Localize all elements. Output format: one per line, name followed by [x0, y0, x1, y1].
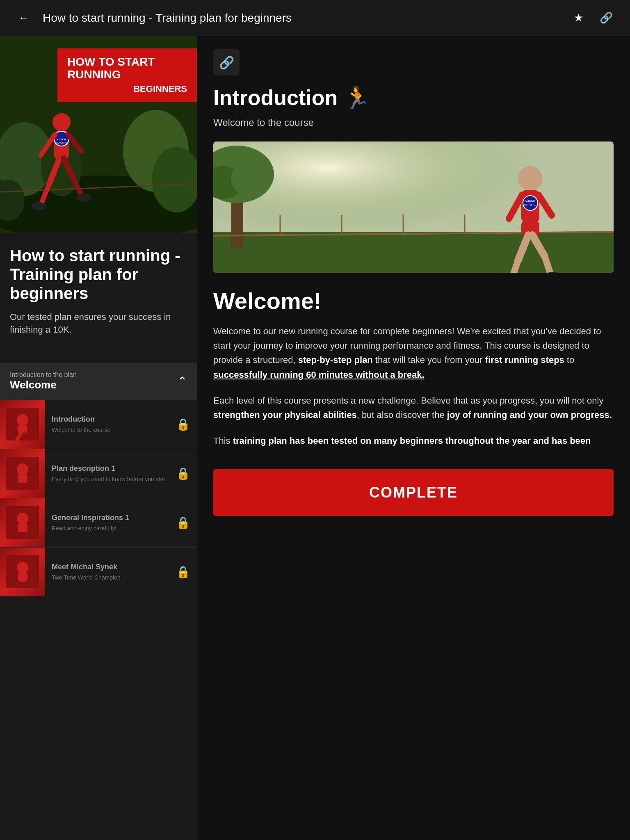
- lessons-list: Introduction Welcome to the course 🔒: [0, 399, 197, 596]
- lock-icon: 🔒: [176, 418, 190, 431]
- link-badge[interactable]: 🔗: [213, 49, 240, 75]
- lock-icon: 🔒: [176, 516, 190, 530]
- hero-banner-sub: BEGINNERS: [67, 84, 187, 94]
- intro-heading: Introduction 🏃: [213, 85, 614, 110]
- back-button[interactable]: ←: [13, 7, 34, 29]
- lesson-thumbnail: [0, 399, 45, 449]
- welcome-heading: Welcome!: [213, 288, 614, 314]
- lesson-subtitle: Two Time World Champion: [52, 574, 190, 581]
- lesson-content: Meet Michal Synek Two Time World Champio…: [45, 558, 197, 586]
- lesson-thumbnail: [0, 449, 45, 498]
- main-layout: CZECH REPUBLIC: [0, 36, 630, 840]
- svg-text:CZECH: CZECH: [525, 199, 535, 202]
- lesson-item[interactable]: General Inspirations 1 Read and enjoy ca…: [0, 498, 197, 547]
- svg-line-18: [74, 180, 82, 196]
- svg-rect-35: [18, 573, 27, 582]
- bookmark-button[interactable]: ★: [568, 7, 589, 29]
- lesson-subtitle: Read and enjoy carefully!: [52, 525, 190, 532]
- body-text-2: Each level of this course presents a new…: [213, 393, 614, 422]
- svg-point-31: [17, 513, 28, 524]
- course-title: How to start running - Training plan for…: [10, 246, 187, 303]
- svg-rect-29: [18, 474, 27, 483]
- lesson-title: General Inspirations 1: [52, 514, 190, 522]
- lesson-content: Introduction Welcome to the course: [45, 410, 197, 438]
- link-icon: 🔗: [219, 55, 234, 70]
- svg-point-50: [523, 196, 538, 210]
- svg-text:REPUBLIC: REPUBLIC: [56, 142, 66, 144]
- complete-button[interactable]: COMPLETE: [213, 469, 614, 516]
- course-description: Our tested plan ensures your success in …: [10, 311, 187, 336]
- svg-line-15: [41, 184, 49, 204]
- header: ← How to start running - Training plan f…: [0, 0, 630, 36]
- lesson-title: Plan description 1: [52, 464, 190, 473]
- section-name: Welcome: [10, 379, 77, 391]
- hero-banner: HOW TO START RUNNING BEGINNERS: [57, 48, 197, 102]
- lesson-subtitle: Welcome to the course: [52, 426, 190, 434]
- svg-point-42: [231, 160, 272, 197]
- right-panel: 🔗 Introduction 🏃 Welcome to the course: [197, 36, 630, 840]
- lesson-thumbnail: [0, 547, 45, 596]
- svg-rect-24: [18, 425, 27, 434]
- section-label: Introduction to the plan: [10, 371, 77, 379]
- section-header[interactable]: Introduction to the plan Welcome ⌃: [0, 363, 197, 399]
- svg-line-14: [49, 158, 59, 184]
- course-info: How to start running - Training plan for…: [0, 233, 197, 363]
- lesson-subtitle: Everything you need to know before you s…: [52, 475, 190, 483]
- section-info: Introduction to the plan Welcome: [10, 371, 77, 391]
- svg-point-16: [32, 202, 46, 210]
- svg-text:CZECH: CZECH: [57, 138, 66, 141]
- body-text-1: Welcome to our new running course for co…: [213, 324, 614, 382]
- lesson-item[interactable]: Meet Michal Synek Two Time World Champio…: [0, 547, 197, 596]
- lock-icon: 🔒: [176, 467, 190, 480]
- chevron-up-icon: ⌃: [178, 374, 187, 388]
- body-text-3: This training plan has been tested on ma…: [213, 434, 614, 448]
- svg-line-20: [41, 135, 55, 155]
- lesson-title: Introduction: [52, 415, 190, 424]
- hero-banner-title: HOW TO START RUNNING: [67, 56, 187, 81]
- left-panel: CZECH REPUBLIC: [0, 36, 197, 840]
- svg-line-21: [68, 135, 81, 151]
- lesson-title: Meet Michal Synek: [52, 563, 190, 571]
- lesson-item[interactable]: Plan description 1 Everything you need t…: [0, 449, 197, 498]
- svg-point-48: [518, 166, 543, 191]
- welcome-label: Welcome to the course: [213, 117, 614, 128]
- svg-rect-13: [53, 116, 70, 121]
- svg-rect-32: [18, 523, 27, 532]
- lesson-content: General Inspirations 1 Read and enjoy ca…: [45, 509, 197, 537]
- lock-icon: 🔒: [176, 565, 190, 579]
- svg-point-34: [17, 562, 28, 573]
- svg-point-19: [77, 194, 91, 202]
- svg-point-23: [17, 414, 28, 426]
- svg-text:REPUBLIC: REPUBLIC: [524, 203, 537, 206]
- lesson-content: Plan description 1 Everything you need t…: [45, 459, 197, 488]
- svg-point-28: [17, 463, 28, 475]
- header-left: ← How to start running - Training plan f…: [13, 7, 292, 29]
- hero-image: CZECH REPUBLIC: [0, 36, 197, 233]
- lesson-item[interactable]: Introduction Welcome to the course 🔒: [0, 399, 197, 449]
- header-right: ★ 🔗: [568, 7, 617, 29]
- svg-rect-38: [213, 232, 614, 273]
- lesson-thumbnail: [0, 498, 45, 547]
- svg-point-8: [52, 113, 71, 131]
- share-button[interactable]: 🔗: [596, 7, 617, 29]
- header-title: How to start running - Training plan for…: [43, 11, 292, 25]
- runner-image-2: CZECH REPUBLIC: [213, 142, 614, 273]
- svg-line-17: [64, 158, 74, 180]
